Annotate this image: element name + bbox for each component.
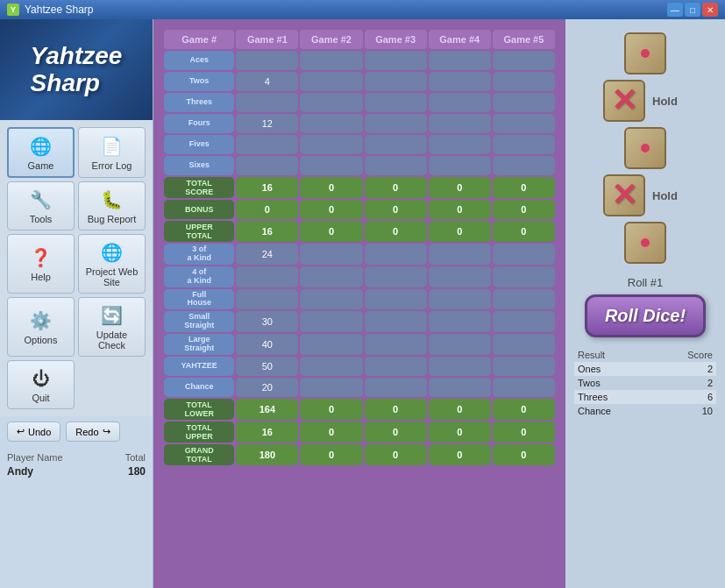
- score-cell-0-1[interactable]: 0: [300, 177, 362, 198]
- score-cell-3-2[interactable]: [365, 114, 427, 133]
- score-cell-2-2[interactable]: [365, 93, 427, 112]
- score-cell-3-1[interactable]: [300, 114, 362, 133]
- die-2[interactable]: ✕: [603, 80, 645, 122]
- score-cell-1-1[interactable]: [300, 72, 362, 91]
- score-cell-0-0[interactable]: 164: [236, 399, 298, 420]
- row-label[interactable]: Chance: [164, 378, 234, 397]
- die-1[interactable]: [624, 32, 666, 74]
- score-cell-2-1[interactable]: [300, 93, 362, 112]
- score-cell-4-4[interactable]: [493, 135, 555, 154]
- score-cell-0-1[interactable]: 0: [300, 399, 362, 420]
- score-cell-5-4[interactable]: [493, 357, 555, 376]
- score-cell-4-1[interactable]: [300, 135, 362, 154]
- score-cell-2-3[interactable]: [429, 93, 491, 112]
- score-cell-2-4[interactable]: 0: [493, 444, 555, 465]
- score-cell-2-1[interactable]: [300, 289, 362, 310]
- score-cell-5-3[interactable]: [429, 357, 491, 376]
- row-label[interactable]: Twos: [164, 72, 234, 91]
- score-cell-4-0[interactable]: 40: [236, 334, 298, 355]
- score-cell-2-2[interactable]: 0: [365, 221, 427, 242]
- score-cell-1-2[interactable]: [365, 72, 427, 91]
- score-cell-2-0[interactable]: 16: [236, 221, 298, 242]
- score-cell-1-3[interactable]: 0: [429, 422, 491, 443]
- score-cell-5-1[interactable]: [300, 156, 362, 175]
- score-cell-0-3[interactable]: [429, 51, 491, 70]
- row-label[interactable]: Threes: [164, 93, 234, 112]
- score-cell-3-4[interactable]: [493, 114, 555, 133]
- score-cell-6-0[interactable]: 20: [236, 378, 298, 397]
- score-cell-1-2[interactable]: 0: [365, 422, 427, 443]
- row-label[interactable]: Small Straight: [164, 311, 234, 332]
- maximize-button[interactable]: □: [685, 3, 700, 17]
- sidebar-item-bug-report[interactable]: 🐛Bug Report: [78, 181, 146, 230]
- row-label[interactable]: 4 of a Kind: [164, 266, 234, 287]
- score-cell-2-2[interactable]: 0: [365, 444, 427, 465]
- die-5[interactable]: [624, 222, 666, 264]
- row-label[interactable]: 3 of a Kind: [164, 244, 234, 265]
- score-cell-6-4[interactable]: [493, 378, 555, 397]
- score-cell-5-2[interactable]: [365, 156, 427, 175]
- score-cell-0-4[interactable]: [493, 51, 555, 70]
- score-cell-1-2[interactable]: 0: [365, 200, 427, 219]
- score-cell-2-2[interactable]: [365, 289, 427, 310]
- score-cell-0-0[interactable]: 16: [236, 177, 298, 198]
- score-cell-5-3[interactable]: [429, 156, 491, 175]
- score-cell-2-0[interactable]: [236, 93, 298, 112]
- score-cell-1-1[interactable]: 0: [300, 422, 362, 443]
- score-cell-3-0[interactable]: 30: [236, 311, 298, 332]
- score-cell-2-4[interactable]: [493, 93, 555, 112]
- score-cell-1-0[interactable]: [236, 266, 298, 287]
- score-cell-0-1[interactable]: [300, 244, 362, 265]
- sidebar-item-update-check[interactable]: 🔄Update Check: [78, 297, 146, 357]
- undo-button[interactable]: ↩ Undo: [7, 422, 60, 442]
- score-cell-1-1[interactable]: [300, 266, 362, 287]
- row-label[interactable]: Aces: [164, 51, 234, 70]
- roll-dice-button[interactable]: Roll Dice!: [585, 294, 706, 337]
- score-cell-1-4[interactable]: 0: [493, 422, 555, 443]
- score-cell-2-4[interactable]: [493, 289, 555, 310]
- score-cell-0-2[interactable]: 0: [365, 399, 427, 420]
- redo-button[interactable]: Redo ↪: [66, 422, 119, 442]
- score-cell-3-1[interactable]: [300, 311, 362, 332]
- score-cell-1-0[interactable]: 0: [236, 200, 298, 219]
- score-cell-2-0[interactable]: [236, 289, 298, 310]
- score-cell-4-2[interactable]: [365, 334, 427, 355]
- row-label[interactable]: Large Straight: [164, 334, 234, 355]
- close-button[interactable]: ✕: [702, 3, 718, 17]
- score-cell-5-2[interactable]: [365, 357, 427, 376]
- score-cell-1-3[interactable]: [429, 72, 491, 91]
- score-cell-0-2[interactable]: [365, 244, 427, 265]
- score-cell-5-1[interactable]: [300, 357, 362, 376]
- score-cell-5-4[interactable]: [493, 156, 555, 175]
- score-cell-4-2[interactable]: [365, 135, 427, 154]
- score-cell-1-4[interactable]: [493, 266, 555, 287]
- sidebar-item-tools[interactable]: 🔧Tools: [7, 181, 75, 230]
- score-cell-6-1[interactable]: [300, 378, 362, 397]
- score-cell-4-3[interactable]: [429, 334, 491, 355]
- score-cell-2-1[interactable]: 0: [300, 444, 362, 465]
- sidebar-item-error-log[interactable]: 📄Error Log: [78, 127, 146, 178]
- row-label[interactable]: Fives: [164, 135, 234, 154]
- row-label[interactable]: YAHTZEE: [164, 357, 234, 376]
- score-cell-3-3[interactable]: [429, 114, 491, 133]
- row-label[interactable]: Full House: [164, 289, 234, 310]
- score-cell-0-3[interactable]: 0: [429, 399, 491, 420]
- score-cell-6-3[interactable]: [429, 378, 491, 397]
- score-cell-0-0[interactable]: [236, 51, 298, 70]
- sidebar-item-quit[interactable]: ⏻Quit: [7, 360, 75, 409]
- score-cell-2-1[interactable]: 0: [300, 221, 362, 242]
- score-cell-3-4[interactable]: [493, 311, 555, 332]
- score-cell-0-4[interactable]: [493, 244, 555, 265]
- score-cell-4-3[interactable]: [429, 135, 491, 154]
- score-cell-4-4[interactable]: [493, 334, 555, 355]
- sidebar-item-help[interactable]: ❓Help: [7, 234, 75, 294]
- score-cell-0-3[interactable]: [429, 244, 491, 265]
- die-4[interactable]: ✕: [603, 174, 645, 216]
- score-cell-3-0[interactable]: 12: [236, 114, 298, 133]
- score-cell-4-0[interactable]: [236, 135, 298, 154]
- sidebar-item-options[interactable]: ⚙️Options: [7, 297, 75, 357]
- score-cell-2-4[interactable]: 0: [493, 221, 555, 242]
- score-cell-0-4[interactable]: 0: [493, 177, 555, 198]
- score-cell-0-3[interactable]: 0: [429, 177, 491, 198]
- score-cell-1-0[interactable]: 16: [236, 422, 298, 443]
